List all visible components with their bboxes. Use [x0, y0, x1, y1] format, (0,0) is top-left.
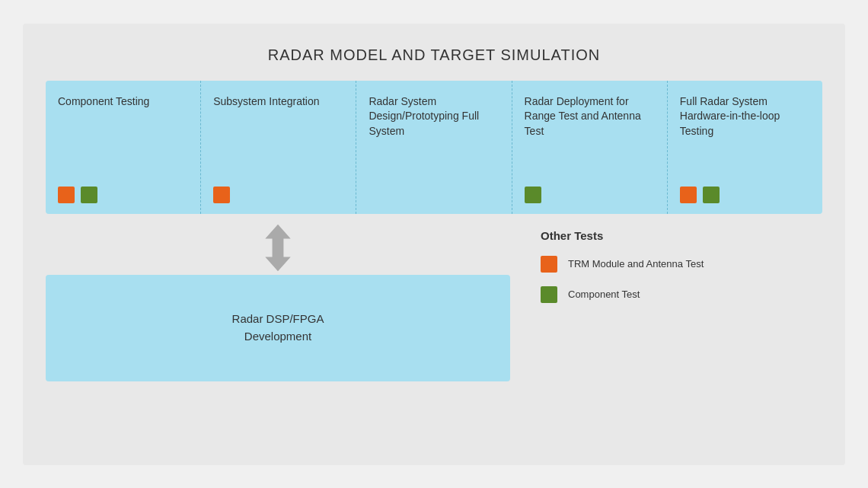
phase-icons-1: [213, 179, 343, 203]
arrow-container: [46, 222, 510, 275]
phase-icon-1-0: [213, 187, 230, 203]
phase-cell-1: Subsystem Integration: [201, 81, 356, 214]
phase-icons-0: [58, 179, 188, 203]
phase-label-0: Component Testing: [58, 94, 188, 110]
phase-icon-0-0: [58, 187, 75, 203]
bottom-box-label: Radar DSP/FPGADevelopment: [232, 311, 324, 345]
svg-marker-0: [265, 225, 290, 271]
phase-cell-2: Radar System Design/Prototyping Full Sys…: [356, 81, 512, 214]
phase-icon-4-0: [680, 187, 697, 203]
bidirectional-arrow: [255, 223, 301, 273]
phase-icon-3-0: [525, 187, 541, 203]
bottom-left: Radar DSP/FPGADevelopment: [46, 222, 510, 381]
phase-icon-4-1: [703, 187, 720, 203]
phase-cell-4: Full Radar System Hardware-in-the-loop T…: [668, 81, 822, 214]
phase-label-3: Radar Deployment for Range Test and Ante…: [525, 94, 655, 139]
phase-label-2: Radar System Design/Prototyping Full Sys…: [369, 94, 499, 139]
bottom-box: Radar DSP/FPGADevelopment: [46, 275, 510, 381]
legend-item-orange: TRM Module and Antenna Test: [541, 256, 807, 273]
phases-row: Component TestingSubsystem IntegrationRa…: [46, 81, 822, 214]
phase-cell-0: Component Testing: [46, 81, 201, 214]
phase-icons-4: [680, 179, 810, 203]
legend-orange-icon: [541, 256, 557, 273]
main-title: RADAR MODEL AND TARGET SIMULATION: [268, 46, 600, 64]
legend-green-icon: [541, 286, 557, 303]
outer-container: RADAR MODEL AND TARGET SIMULATION Compon…: [23, 24, 845, 465]
phase-label-4: Full Radar System Hardware-in-the-loop T…: [680, 94, 810, 139]
middle-section: Radar DSP/FPGADevelopment Other Tests TR…: [46, 222, 822, 381]
legend-item-green: Component Test: [541, 286, 807, 303]
phase-label-1: Subsystem Integration: [213, 94, 343, 110]
phase-icons-3: [525, 179, 655, 203]
phase-icons-2: [369, 196, 499, 203]
phase-icon-0-1: [81, 187, 97, 203]
legend-title: Other Tests: [541, 229, 807, 242]
phase-cell-3: Radar Deployment for Range Test and Ante…: [512, 81, 668, 214]
legend-green-label: Component Test: [568, 289, 640, 300]
legend-box: Other Tests TRM Module and Antenna Test …: [525, 222, 822, 324]
legend-orange-label: TRM Module and Antenna Test: [568, 258, 704, 270]
